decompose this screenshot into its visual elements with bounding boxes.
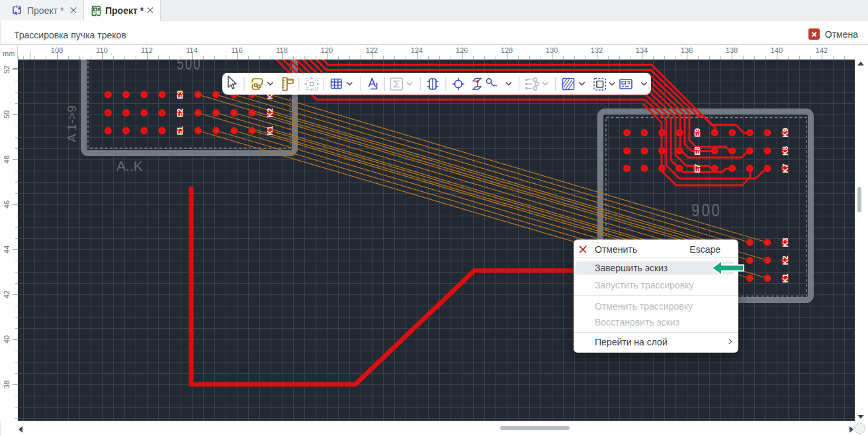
svg-text:E8: E8 — [693, 146, 701, 155]
svg-text:K1: K1 — [266, 126, 274, 135]
svg-text:500: 500 — [177, 60, 202, 73]
svg-text:K1: K1 — [781, 273, 789, 283]
svg-text:E9: E9 — [693, 128, 701, 137]
svg-text:E2: E2 — [176, 109, 184, 117]
svg-text:K2: K2 — [781, 255, 789, 265]
svg-text:K3: K3 — [781, 238, 789, 247]
svg-text:K8: K8 — [781, 146, 789, 155]
svg-text:K7: K7 — [781, 163, 789, 173]
svg-text:K9: K9 — [781, 128, 789, 137]
svg-text:K2: K2 — [266, 108, 274, 117]
svg-text:E7: E7 — [693, 164, 701, 173]
svg-text:900: 900 — [691, 200, 722, 220]
svg-text:A 1->9: A 1->9 — [65, 105, 79, 142]
svg-text:A..K: A..K — [116, 158, 143, 173]
svg-text:E3: E3 — [176, 90, 184, 99]
svg-text:E1: E1 — [176, 126, 184, 135]
